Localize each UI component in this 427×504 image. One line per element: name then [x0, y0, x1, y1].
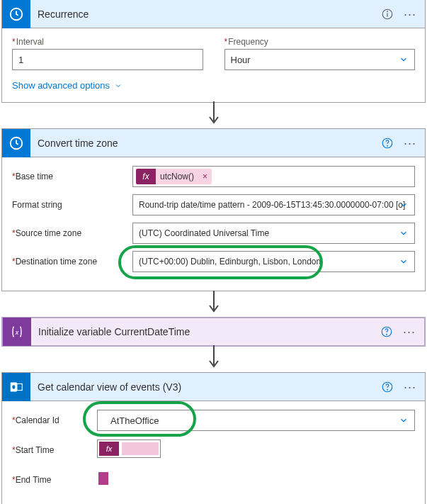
- calendar-title: Get calendar view of events (V3): [30, 381, 381, 393]
- more-icon[interactable]: ···: [400, 328, 419, 335]
- fx-token-text: utcNow(): [156, 172, 198, 181]
- calendar-id-label: *Calendar Id: [12, 410, 97, 434]
- calendar-id-value: AtTheOffice: [103, 415, 159, 426]
- svg-point-17: [387, 389, 388, 390]
- calendar-header[interactable]: Get calendar view of events (V3) ···: [2, 373, 425, 401]
- recurrence-header[interactable]: Recurrence ···: [2, 0, 425, 28]
- svg-rect-14: [17, 383, 22, 390]
- initvar-header[interactable]: x Initialize variable CurrentDateTime ··…: [2, 318, 425, 346]
- interval-input[interactable]: 1: [12, 49, 203, 70]
- calendar-body: *Calendar Id AtTheOffice *Start Time fx: [2, 401, 425, 504]
- help-icon[interactable]: [380, 325, 393, 338]
- calendar-card: Get calendar view of events (V3) ··· *Ca…: [1, 372, 426, 504]
- end-time-label: *End Time: [12, 469, 97, 493]
- connector-arrow: [0, 291, 427, 317]
- source-tz-label: *Source time zone: [12, 223, 132, 247]
- dest-tz-label: *Destination time zone: [12, 251, 132, 275]
- fx-token[interactable]: fx utcNow() ×: [136, 169, 212, 184]
- more-icon[interactable]: ···: [401, 11, 419, 18]
- info-icon[interactable]: [381, 8, 394, 21]
- calendar-id-select[interactable]: AtTheOffice: [97, 410, 415, 431]
- chevron-down-icon: [399, 415, 409, 425]
- initvar-title: Initialize variable CurrentDateTime: [31, 326, 380, 337]
- convert-card: Convert time zone ··· *Base time fx utcN…: [1, 128, 426, 291]
- interval-label: *Interval: [12, 37, 203, 47]
- chevron-down-icon: [399, 228, 409, 238]
- fx-icon: fx: [99, 442, 119, 456]
- convert-body: *Base time fx utcNow() × Format string: [2, 157, 425, 291]
- svg-point-7: [387, 145, 388, 146]
- convert-header[interactable]: Convert time zone ···: [2, 129, 425, 157]
- more-icon[interactable]: ···: [401, 383, 419, 391]
- start-time-input[interactable]: fx: [97, 439, 161, 458]
- base-time-label: *Base time: [12, 166, 132, 190]
- interval-value: 1: [18, 55, 23, 65]
- fx-icon: fx: [136, 169, 156, 184]
- help-icon[interactable]: [381, 137, 394, 150]
- initvar-card: x Initialize variable CurrentDateTime ··…: [1, 317, 426, 347]
- end-time-input[interactable]: [97, 469, 125, 488]
- chevron-down-icon: [399, 55, 409, 65]
- variable-icon: x: [3, 318, 31, 346]
- source-tz-select[interactable]: (UTC) Coordinated Universal Time: [132, 223, 415, 244]
- svg-text:x: x: [15, 329, 19, 336]
- show-advanced-link[interactable]: Show advanced options: [12, 80, 415, 91]
- frequency-select[interactable]: Hour: [224, 49, 416, 70]
- recurrence-card: Recurrence ··· *Interval 1 *Frequency Ho…: [1, 0, 426, 103]
- source-tz-value: (UTC) Coordinated Universal Time: [139, 228, 269, 238]
- connector-arrow: [0, 347, 427, 372]
- format-select[interactable]: Round-trip date/time pattern - 2009-06-1…: [132, 194, 415, 215]
- recurrence-body: *Interval 1 *Frequency Hour Show advance…: [2, 28, 425, 102]
- dest-tz-select[interactable]: (UTC+00:00) Dublin, Edinburgh, Lisbon, L…: [132, 251, 415, 272]
- outlook-icon: [2, 373, 30, 401]
- frequency-value: Hour: [231, 55, 251, 65]
- format-value: Round-trip date/time pattern - 2009-06-1…: [139, 200, 405, 210]
- token-remove-icon[interactable]: ×: [198, 172, 212, 181]
- clock-icon: [2, 0, 30, 28]
- start-time-label: *Start Time: [12, 439, 97, 464]
- more-icon[interactable]: ···: [401, 140, 419, 147]
- svg-point-15: [12, 385, 15, 389]
- convert-title: Convert time zone: [30, 138, 381, 149]
- format-label: Format string: [12, 194, 132, 218]
- dest-tz-value: (UTC+00:00) Dublin, Edinburgh, Lisbon, L…: [139, 257, 321, 267]
- recurrence-title: Recurrence: [30, 9, 381, 20]
- frequency-label: *Frequency: [224, 37, 416, 47]
- svg-point-11: [387, 334, 387, 335]
- chevron-down-icon: [399, 200, 409, 210]
- chevron-down-icon: [399, 257, 409, 267]
- clock-icon: [2, 129, 30, 157]
- base-time-input[interactable]: fx utcNow() ×: [132, 166, 415, 187]
- svg-point-3: [387, 11, 388, 11]
- help-icon[interactable]: [381, 381, 394, 393]
- connector-arrow: [0, 103, 427, 128]
